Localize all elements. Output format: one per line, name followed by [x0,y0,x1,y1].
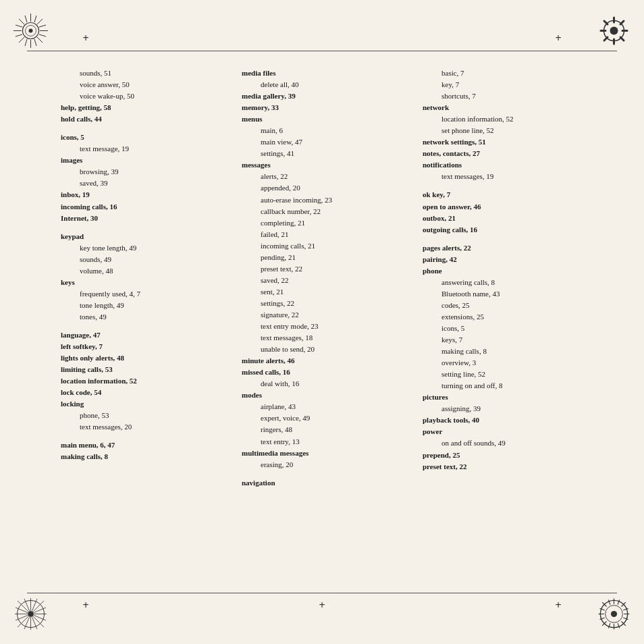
main-index-entry: pictures [423,392,583,403]
main-index-entry: ok key, 7 [423,189,583,200]
main-index-entry: limiting calls, 53 [61,364,221,375]
spacer [242,471,402,477]
index-column-1: sounds, 51voice answer, 50voice wake-up,… [41,61,232,583]
corner-decoration-tr [590,7,637,54]
sub-index-entry: erasing, 20 [242,459,402,471]
sub-index-entry: delete all, 40 [242,79,402,90]
svg-line-11 [16,25,22,27]
corner-decoration-tl [7,7,54,54]
sub-index-entry: turning on and off, 8 [423,380,583,392]
main-index-entry: locking [61,398,221,410]
main-index-entry: hold calls, 44 [61,113,221,125]
sub-index-entry: sounds, 51 [61,68,221,79]
svg-point-20 [610,26,618,34]
main-index-entry: notifications [423,159,583,171]
bottom-border-line [27,593,617,593]
sub-index-entry: unable to send, 20 [242,344,402,355]
index-column-3: basic, 7key, 7shortcuts, 7networklocatio… [412,61,603,583]
spacer [61,433,221,439]
sub-index-entry: saved, 39 [61,178,221,189]
sub-index-entry: main view, 47 [242,136,402,148]
sub-index-entry: appended, 20 [242,182,402,194]
main-index-entry: keypad [61,231,221,242]
main-index-entry: media gallery, 39 [242,90,402,102]
sub-index-entry: overview, 3 [423,357,583,369]
main-index-entry: keys [61,277,221,288]
sub-index-entry: preset text, 22 [242,263,402,275]
crosshair-bottom-right [552,599,564,612]
sub-index-entry: text messages, 20 [61,421,221,433]
main-index-entry: minute alerts, 46 [242,355,402,367]
main-index-entry: power [423,426,583,437]
sub-index-entry: on and off sounds, 49 [423,437,583,449]
spacer [423,182,583,189]
svg-line-25 [604,21,608,24]
corner-decoration-br [590,590,637,637]
svg-line-18 [25,39,27,46]
sub-index-entry: setting line, 52 [423,369,583,380]
main-index-entry: lock code, 54 [61,387,221,398]
svg-line-13 [25,16,27,22]
sub-index-entry: deal with, 16 [242,378,402,390]
sub-index-entry: airplane, 43 [242,401,402,412]
sub-index-entry: volume, 48 [61,265,221,277]
sub-index-entry: settings, 41 [242,148,402,159]
spacer [423,236,583,242]
svg-line-26 [620,37,624,41]
svg-line-8 [37,37,43,43]
main-index-entry: Internet, 30 [61,213,221,224]
sub-index-entry: main, 6 [242,125,402,136]
main-index-entry: pages alerts, 22 [423,242,583,254]
main-index-entry: main menu, 6, 47 [61,439,221,451]
main-index-entry: left softkey, 7 [61,341,221,352]
main-index-entry: multimedia messages [242,448,402,459]
main-index-entry: outbox, 21 [423,213,583,224]
main-index-entry: messages [242,159,402,171]
sub-index-entry: key, 7 [423,79,583,90]
sub-index-entry: codes, 25 [423,300,583,311]
sub-index-entry: keys, 7 [423,334,583,346]
sub-index-entry: icons, 5 [423,323,583,334]
crosshair-bottom-mid [316,599,328,612]
top-border-line [27,51,617,51]
sub-index-entry: alerts, 22 [242,171,402,182]
main-index-entry: incoming calls, 16 [61,201,221,213]
svg-point-41 [610,610,616,616]
sub-index-entry: key tone length, 49 [61,242,221,254]
main-index-entry: open to answer, 46 [423,201,583,213]
sub-index-entry: Bluetooth name, 43 [423,288,583,300]
sub-index-entry: text messages, 18 [242,332,402,344]
index-column-2: media filesdelete all, 40media gallery, … [232,61,412,583]
main-index-entry: network [423,102,583,113]
sub-index-entry: answering calls, 8 [423,277,583,288]
crosshair-top-left [80,32,92,45]
svg-line-27 [620,21,624,24]
sub-index-entry: shortcuts, 7 [423,90,583,102]
main-index-entry: language, 47 [61,329,221,341]
sub-index-entry: location information, 52 [423,113,583,125]
sub-index-entry: auto-erase incoming, 23 [242,194,402,206]
main-index-entry: navigation [242,477,402,489]
sub-index-entry: text messages, 19 [423,171,583,182]
main-index-entry: making calls, 8 [61,451,221,462]
main-index-entry: icons, 5 [61,132,221,143]
sub-index-entry: settings, 22 [242,298,402,309]
main-index-entry: network settings, 51 [423,136,583,148]
sub-index-entry: incoming calls, 21 [242,240,402,252]
svg-line-15 [16,34,22,36]
svg-line-16 [39,25,46,27]
crosshair-bottom-left [80,599,92,612]
sub-index-entry: sounds, 49 [61,254,221,265]
svg-point-2 [28,28,32,32]
corner-decoration-bl [7,590,54,637]
sub-index-entry: browsing, 39 [61,166,221,178]
sub-index-entry: tone length, 49 [61,300,221,311]
sub-index-entry: voice answer, 50 [61,79,221,90]
sub-index-entry: pending, 21 [242,252,402,263]
index-content: sounds, 51voice answer, 50voice wake-up,… [41,61,603,583]
main-index-entry: preset text, 22 [423,461,583,473]
svg-line-10 [19,37,24,43]
main-index-entry: memory, 33 [242,102,402,113]
svg-line-28 [604,37,608,41]
svg-line-14 [34,39,36,46]
